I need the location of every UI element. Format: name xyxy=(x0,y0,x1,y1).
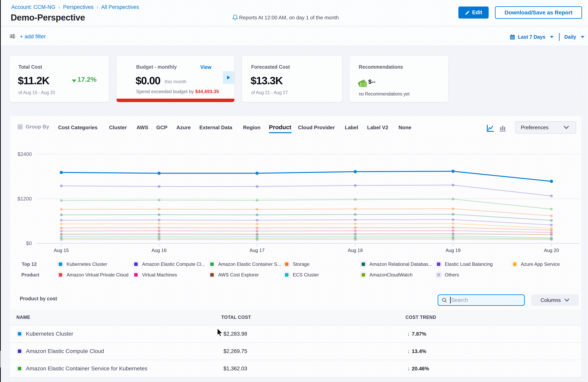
svg-text:$1200: $1200 xyxy=(18,196,32,202)
svg-text:Aug 16: Aug 16 xyxy=(151,248,167,253)
svg-text:Aug 20: Aug 20 xyxy=(544,248,559,253)
svg-text:Aug 15: Aug 15 xyxy=(54,248,69,253)
svg-text:Aug 17: Aug 17 xyxy=(250,248,265,253)
svg-text:$2400: $2400 xyxy=(18,151,32,157)
svg-text:Aug 19: Aug 19 xyxy=(445,248,461,253)
svg-text:$0: $0 xyxy=(26,240,32,246)
svg-text:Aug 18: Aug 18 xyxy=(348,248,363,253)
